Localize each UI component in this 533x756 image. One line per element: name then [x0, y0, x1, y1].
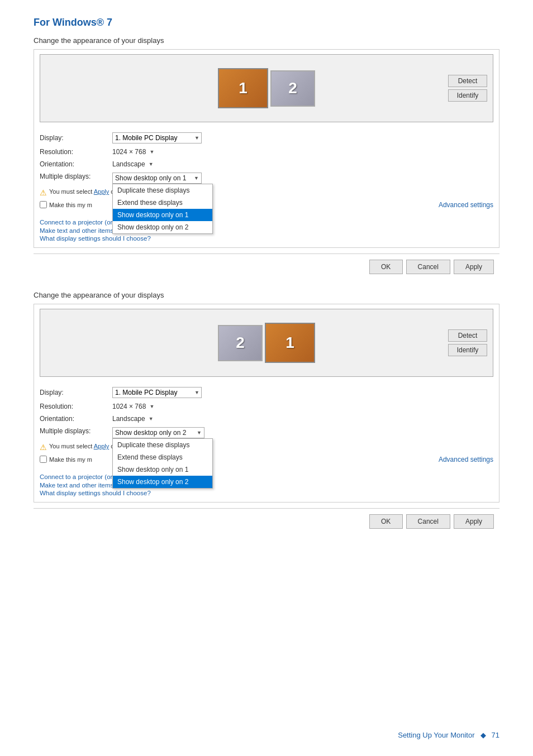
multiple-displays-current-1: Show desktop only on 1 — [115, 174, 194, 182]
dropdown-item-show2-2[interactable]: Show desktop only on 2 — [113, 476, 212, 488]
ok-button-2[interactable]: OK — [369, 514, 403, 529]
make-this-label-2: Make this my m — [49, 456, 92, 463]
make-this-checkbox-1[interactable] — [40, 201, 47, 208]
separator-2 — [34, 508, 499, 509]
multiple-displays-row-1: Multiple displays: Show desktop only on … — [40, 173, 493, 184]
identify-button-1[interactable]: Identify — [448, 89, 487, 102]
page-title: For Windows® 7 — [34, 17, 499, 28]
resolution-label-2: Resolution: — [40, 403, 112, 410]
orientation-value-2: Landscape ▼ — [112, 415, 154, 423]
orientation-row-1: Orientation: Landscape ▼ — [40, 160, 493, 168]
text-size-link-2[interactable]: Make text and other items larger or smal… — [40, 482, 493, 489]
display-row-1: Display: 1. Mobile PC Display — [40, 132, 493, 143]
display-select-1[interactable]: 1. Mobile PC Display — [112, 132, 202, 143]
monitor-number-2-2: 2 — [236, 334, 245, 352]
display-row-2: Display: 1. Mobile PC Display — [40, 387, 493, 398]
monitor-box-1-primary[interactable]: 1 — [218, 68, 268, 108]
text-size-link-1[interactable]: Make text and other items larger or smal… — [40, 227, 493, 234]
monitor-display-area-1: 1 2 Detect Identify — [40, 54, 493, 122]
multiple-displays-label-1: Multiple displays: — [40, 173, 112, 180]
make-this-row-2: Make this my m Advanced settings — [40, 455, 493, 463]
footer-text: Setting Up Your Monitor — [398, 731, 474, 739]
resolution-row-2: Resolution: 1024 × 768 ▼ — [40, 403, 493, 410]
dropdown-item-duplicate-1[interactable]: Duplicate these displays — [113, 184, 212, 197]
multiple-displays-arrow-1: ▼ — [194, 175, 199, 181]
monitors-container-1: 1 2 — [46, 60, 487, 116]
monitor-number-1: 1 — [239, 79, 248, 97]
detect-button-1[interactable]: Detect — [448, 75, 487, 87]
orientation-label-1: Orientation: — [40, 160, 112, 168]
page-footer: Setting Up Your Monitor ◆ 71 — [398, 731, 499, 739]
resolution-value-1: 1024 × 768 ▼ — [112, 148, 154, 156]
multiple-displays-select-2[interactable]: Show desktop only on 2 ▼ — [112, 427, 204, 438]
display-select-2[interactable]: 1. Mobile PC Display — [112, 387, 202, 398]
multiple-displays-select-1[interactable]: Show desktop only on 1 ▼ — [112, 173, 202, 184]
make-this-label-1: Make this my m — [49, 202, 92, 208]
display-select-wrapper-1: 1. Mobile PC Display — [112, 132, 202, 143]
multiple-displays-container-1: Show desktop only on 1 ▼ Duplicate these… — [112, 173, 202, 184]
resolution-value-2: 1024 × 768 ▼ — [112, 403, 154, 410]
monitors-container-2: 1 2 — [46, 315, 487, 371]
dropdown-item-extend-2[interactable]: Extend these displays — [113, 451, 212, 463]
links-area-1: Connect to a projector (or press the ⊞ k… — [40, 219, 493, 242]
dropdown-item-show1-2[interactable]: Show desktop only on 1 — [113, 463, 212, 476]
warning-link-1[interactable]: Apply — [94, 188, 110, 195]
detect-identify-buttons-1: Detect Identify — [448, 75, 487, 102]
apply-button-2[interactable]: Apply — [454, 514, 494, 529]
separator-1 — [34, 253, 499, 254]
multiple-displays-dropdown-2: Duplicate these displays Extend these di… — [112, 438, 213, 489]
dropdown-item-extend-1[interactable]: Extend these displays — [113, 197, 212, 209]
projector-link-2[interactable]: Connect to a projector (or press the ⊞ k… — [40, 473, 493, 481]
monitor-box-2-primary[interactable]: 1 — [265, 323, 315, 363]
advanced-settings-wrapper-2: Advanced settings — [439, 455, 493, 463]
apply-button-1[interactable]: Apply — [454, 260, 494, 274]
button-row-1: OK Cancel Apply — [34, 260, 499, 274]
section-gap — [34, 274, 499, 291]
orientation-arrow-1: ▼ — [149, 161, 154, 167]
orientation-value-1: Landscape ▼ — [112, 160, 154, 168]
display-settings-link-1[interactable]: What display settings should I choose? — [40, 235, 493, 242]
footer-diamond: ◆ — [480, 731, 486, 739]
panel-title-1: Change the appearance of your displays — [34, 36, 499, 45]
monitor-box-2-secondary[interactable]: 2 — [218, 325, 263, 361]
resolution-label-1: Resolution: — [40, 148, 112, 156]
orientation-arrow-2: ▼ — [149, 416, 154, 422]
detect-button-2[interactable]: Detect — [448, 329, 487, 342]
resolution-arrow-1: ▼ — [149, 149, 154, 155]
advanced-settings-wrapper-1: Advanced settings — [439, 200, 493, 209]
advanced-settings-link-2[interactable]: Advanced settings — [439, 456, 493, 463]
button-row-2: OK Cancel Apply — [34, 514, 499, 529]
warning-row-2: ⚠ You must select Apply onal changes. — [40, 443, 493, 452]
make-this-checkbox-2[interactable] — [40, 456, 47, 463]
display-label-1: Display: — [40, 134, 112, 142]
resolution-row-1: Resolution: 1024 × 768 ▼ — [40, 148, 493, 156]
orientation-row-2: Orientation: Landscape ▼ — [40, 415, 493, 423]
resolution-arrow-2: ▼ — [149, 404, 154, 409]
warning-link-2[interactable]: Apply — [94, 443, 110, 449]
ok-button-1[interactable]: OK — [369, 260, 403, 274]
cancel-button-2[interactable]: Cancel — [406, 514, 450, 529]
monitor-box-1-secondary[interactable]: 2 — [270, 70, 315, 107]
links-area-2: Connect to a projector (or press the ⊞ k… — [40, 473, 493, 496]
multiple-displays-label-2: Multiple displays: — [40, 427, 112, 435]
identify-button-2[interactable]: Identify — [448, 344, 487, 356]
make-this-row-1: Make this my m Advanced settings — [40, 200, 493, 209]
warning-row-1: ⚠ You must select Apply onal changes. — [40, 188, 493, 197]
display-select-wrapper-2: 1. Mobile PC Display — [112, 387, 202, 398]
monitor-number-2: 2 — [288, 79, 297, 97]
warning-icon-2: ⚠ — [40, 443, 47, 452]
display-label-2: Display: — [40, 389, 112, 396]
projector-link-1[interactable]: Connect to a projector (or press the ⊞ k… — [40, 219, 493, 226]
multiple-displays-arrow-2: ▼ — [197, 430, 202, 436]
form-area-2: Display: 1. Mobile PC Display Resolution… — [40, 384, 493, 471]
advanced-settings-link-1[interactable]: Advanced settings — [439, 201, 493, 209]
cancel-button-1[interactable]: Cancel — [406, 260, 450, 274]
dropdown-item-show1-1[interactable]: Show desktop only on 1 — [113, 209, 212, 221]
footer-page-number: 71 — [492, 731, 499, 739]
dropdown-item-show2-1[interactable]: Show desktop only on 2 — [113, 221, 212, 233]
display-settings-link-2[interactable]: What display settings should I choose? — [40, 490, 493, 496]
warning-icon-1: ⚠ — [40, 188, 47, 197]
dropdown-item-duplicate-2[interactable]: Duplicate these displays — [113, 439, 212, 451]
form-area-1: Display: 1. Mobile PC Display Resolution… — [40, 129, 493, 217]
multiple-displays-row-2: Multiple displays: Show desktop only on … — [40, 427, 493, 438]
